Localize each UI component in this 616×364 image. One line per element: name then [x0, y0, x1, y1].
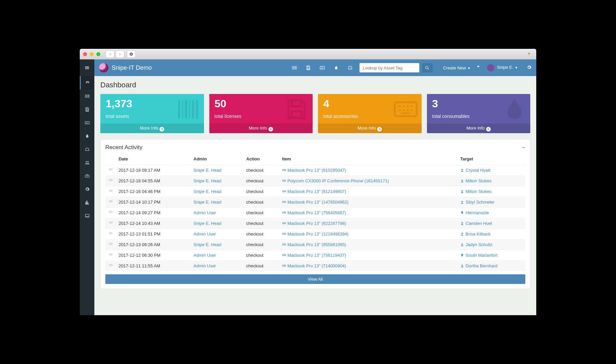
minimize-window-button[interactable]	[90, 52, 94, 56]
sidebar-item-assets[interactable]	[80, 89, 94, 103]
target-link[interactable]: South Marianfort	[465, 253, 497, 258]
barcode-icon	[105, 250, 116, 260]
sidebar-toggle-button[interactable]	[80, 59, 94, 76]
user-icon	[460, 263, 464, 268]
search-button[interactable]	[422, 63, 433, 72]
settings-gears-icon[interactable]	[527, 65, 532, 71]
collapse-button[interactable]: −	[522, 144, 525, 151]
stat-more-link[interactable]: More Info	[427, 124, 531, 133]
brand[interactable]: Snipe-IT Demo	[94, 63, 156, 72]
tint-icon[interactable]	[334, 65, 339, 70]
col-item: Item	[279, 153, 458, 165]
item-link[interactable]: Macbook Pro 13" (756119437)	[287, 253, 346, 258]
admin-link[interactable]: Admin User	[193, 253, 216, 258]
svg-rect-2	[85, 121, 89, 124]
barcode-icon	[282, 221, 286, 226]
cell-date: 2017-12-18 09:17 AM	[116, 165, 191, 175]
stat-card-consumables[interactable]: 3 total consumables More Info	[427, 94, 531, 133]
target-link[interactable]: Sibyl Schmeler	[465, 200, 494, 205]
admin-link[interactable]: Snipe E. Head	[193, 189, 221, 194]
asset-search-input[interactable]	[359, 63, 419, 72]
col-target: Target	[458, 153, 525, 165]
stat-card-assets[interactable]: 1,373 total assets More Info	[100, 94, 204, 133]
item-link[interactable]: Macbook Pro 13" (714000904)	[287, 263, 346, 268]
keyboard-icon[interactable]	[320, 65, 325, 70]
flag-icon[interactable]	[476, 65, 481, 71]
forward-button[interactable]: ›	[116, 50, 124, 58]
barcode-icon	[282, 178, 286, 183]
cell-action: checkout	[244, 197, 279, 207]
traffic-lights	[83, 52, 100, 56]
sidebar-item-settings[interactable]	[80, 182, 94, 196]
tint-icon	[502, 97, 526, 123]
create-new-dropdown[interactable]: Create New▼	[443, 65, 471, 70]
admin-link[interactable]: Snipe E. Head	[193, 168, 221, 173]
sidebar-item-requestable[interactable]	[80, 209, 94, 222]
save-icon[interactable]	[306, 65, 311, 70]
user-menu[interactable]: Snipe E.▼	[487, 64, 518, 71]
browser-window: ‹ › + Snipe-IT Demo	[80, 49, 536, 315]
sidebar-item-consumables[interactable]	[80, 129, 94, 142]
barcode-icon	[282, 242, 286, 247]
barcode-icon[interactable]	[292, 65, 297, 70]
item-link[interactable]: Macbook Pro 13" (756405667)	[287, 210, 346, 215]
sidebar-item-import[interactable]	[80, 169, 94, 182]
stat-card-accessories[interactable]: 4 total accessories More Info	[318, 94, 422, 133]
stat-more-link[interactable]: More Info	[100, 124, 204, 133]
new-tab-button[interactable]: +	[525, 50, 533, 58]
target-link[interactable]: Camden Huel	[465, 221, 492, 226]
target-link[interactable]: Brisa Kilback	[465, 231, 490, 236]
barcode-icon	[176, 97, 200, 123]
target-link[interactable]: Dortha Bernhard	[465, 263, 497, 268]
item-link[interactable]: Macbook Pro 13" (1478504862)	[287, 200, 349, 205]
cell-action: checkout	[244, 260, 279, 271]
sidebar-item-components[interactable]	[80, 142, 94, 156]
admin-link[interactable]: Admin User	[193, 231, 216, 236]
barcode-icon	[105, 228, 116, 239]
table-row: 2017-12-18 09:17 AMSnipe E. Headcheckout…	[105, 165, 525, 175]
stat-card-licenses[interactable]: 50 total licenses More Info	[209, 94, 313, 133]
sidebar-item-reports[interactable]	[80, 196, 94, 209]
cell-date: 2017-12-12 06:30 PM	[116, 250, 191, 260]
back-button[interactable]: ‹	[106, 50, 114, 58]
item-link[interactable]: Polycom CX3000 IP Conference Phone (1614…	[287, 178, 389, 183]
target-link[interactable]: Jadyn Schultz	[465, 242, 492, 247]
col-date: Date	[116, 153, 191, 165]
item-link[interactable]: Macbook Pro 13" (812149807)	[287, 189, 346, 194]
hdd-icon[interactable]	[348, 65, 353, 70]
barcode-icon	[105, 165, 116, 175]
item-link[interactable]: Macbook Pro 13" (910295047)	[287, 168, 346, 173]
item-link[interactable]: Macbook Pro 13" (955981065)	[287, 242, 346, 247]
cell-action: checkout	[244, 239, 279, 250]
admin-link[interactable]: Snipe E. Head	[193, 200, 221, 205]
toolbar-add-button[interactable]	[127, 50, 136, 58]
table-row: 2017-12-18 04:55 AMSnipe E. Headcheckout…	[105, 175, 525, 186]
item-link[interactable]: Macbook Pro 13" (622287798)	[287, 221, 346, 226]
target-link[interactable]: Hermanside	[465, 210, 489, 215]
item-link[interactable]: Macbook Pro 13" (1218498394)	[287, 231, 349, 236]
arrow-right-icon	[159, 127, 164, 132]
admin-link[interactable]: Snipe E. Head	[193, 178, 221, 183]
close-window-button[interactable]	[83, 52, 87, 56]
target-link[interactable]: Milton Stokes	[465, 189, 491, 194]
col-admin: Admin	[191, 153, 244, 165]
brand-logo-icon	[99, 63, 108, 72]
sidebar-item-dashboard[interactable]	[80, 76, 94, 89]
svg-rect-3	[85, 214, 89, 217]
arrow-right-icon	[486, 127, 491, 132]
admin-link[interactable]: Snipe E. Head	[193, 221, 221, 226]
sidebar-item-accessories[interactable]	[80, 116, 94, 129]
cell-date: 2017-12-14 10:17 PM	[116, 197, 191, 207]
view-all-button[interactable]: View All	[105, 274, 525, 284]
admin-link[interactable]: Snipe E. Head	[193, 242, 221, 247]
admin-link[interactable]: Admin User	[193, 263, 216, 268]
admin-link[interactable]: Admin User	[193, 210, 216, 215]
stat-more-link[interactable]: More Info	[318, 124, 422, 133]
stat-more-link[interactable]: More Info	[209, 124, 313, 133]
barcode-icon	[105, 218, 116, 228]
sidebar-item-licenses[interactable]	[80, 103, 94, 116]
target-link[interactable]: Milton Stokes	[465, 178, 491, 183]
maximize-window-button[interactable]	[96, 52, 100, 56]
target-link[interactable]: Crystal Hyatt	[465, 168, 490, 173]
sidebar-item-people[interactable]	[80, 156, 94, 169]
